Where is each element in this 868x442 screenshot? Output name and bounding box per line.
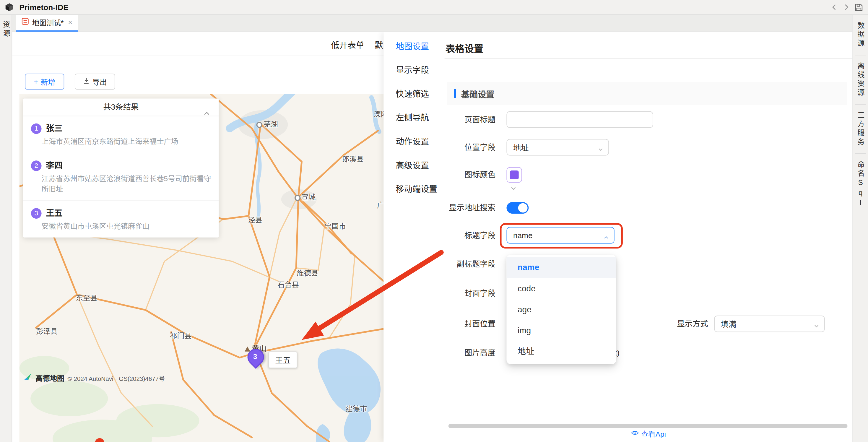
item-index-badge: 2 bbox=[31, 160, 42, 171]
eye-icon bbox=[631, 429, 639, 438]
item-address: 江苏省苏州市姑苏区沧浪街道西善长巷5号司前街看守所旧址 bbox=[42, 173, 213, 194]
field-label-page-title: 页面标题 bbox=[383, 112, 495, 128]
dropdown-option-age[interactable]: age bbox=[506, 299, 616, 320]
show-address-search-toggle[interactable] bbox=[506, 202, 529, 214]
dropdown-option-code[interactable]: code bbox=[506, 278, 616, 299]
sidebar-tab-offline-resources[interactable]: 离线资源 bbox=[855, 55, 866, 104]
nav-item-map-settings[interactable]: 地图设置 bbox=[383, 34, 443, 58]
item-name: 张三 bbox=[46, 122, 213, 133]
display-mode-select[interactable]: 填满 bbox=[714, 316, 825, 332]
save-icon[interactable] bbox=[852, 1, 864, 13]
map-label: 建德市 bbox=[345, 403, 367, 414]
list-item[interactable]: 1 张三 上海市黄浦区南京东路街道上海来福士广场 bbox=[23, 116, 219, 153]
map-label: 泾县 bbox=[248, 214, 262, 225]
map-label: 溧阳 bbox=[374, 108, 384, 119]
download-icon bbox=[83, 77, 90, 86]
section-title: 基础设置 bbox=[461, 88, 494, 99]
add-button[interactable]: + 新增 bbox=[25, 73, 64, 90]
designer-canvas: 低开表单 默 + 新增 导出 bbox=[12, 32, 383, 442]
toolbar-item-default[interactable]: 默 bbox=[375, 39, 383, 50]
form-doc-icon bbox=[22, 18, 29, 27]
export-button[interactable]: 导出 bbox=[75, 73, 115, 90]
back-icon[interactable] bbox=[828, 1, 840, 13]
select-value: 填满 bbox=[721, 318, 736, 329]
page-title: 表格设置 bbox=[445, 41, 483, 55]
map-pin-label[interactable]: 王五 bbox=[269, 352, 297, 368]
map-label: 广德 bbox=[377, 199, 383, 210]
close-icon[interactable]: × bbox=[68, 18, 72, 26]
item-address: 安徽省黄山市屯溪区屯光镇麻雀山 bbox=[42, 221, 213, 232]
item-index-badge: 1 bbox=[31, 124, 42, 134]
title-bar: Primeton-IDE bbox=[0, 0, 868, 15]
field-label-image-height: 图片高度 bbox=[383, 344, 495, 361]
amap-logo-icon bbox=[24, 373, 32, 383]
field-label-subtitle-field: 副标题字段 bbox=[383, 256, 495, 273]
forward-icon[interactable] bbox=[840, 1, 852, 13]
dropdown-option-name[interactable]: name bbox=[506, 257, 616, 278]
dropdown-option-address[interactable]: 地址 bbox=[506, 341, 616, 362]
sidebar-tab-third-party-services[interactable]: 三方服务 bbox=[855, 104, 866, 154]
map-label: 旌德县 bbox=[297, 267, 318, 278]
map-label: 东至县 bbox=[76, 292, 97, 303]
section-basic-settings: 基础设置 bbox=[447, 82, 847, 105]
list-item[interactable]: 3 王五 安徽省黄山市屯溪区屯光镇麻雀山 bbox=[23, 201, 219, 238]
city-dot-icon bbox=[256, 122, 262, 128]
item-name: 王五 bbox=[46, 207, 213, 218]
section-accent-bar bbox=[454, 89, 456, 98]
icon-color-picker[interactable] bbox=[506, 167, 522, 183]
chevron-down-icon bbox=[598, 145, 603, 154]
map-pin-number: 3 bbox=[248, 350, 262, 363]
view-api-label: 查看Api bbox=[641, 429, 666, 439]
plus-icon: + bbox=[34, 77, 38, 86]
map-copyright: © 2024 AutoNavi - GS(2023)4677号 bbox=[68, 374, 165, 382]
chevron-down-icon bbox=[814, 322, 819, 330]
list-item[interactable]: 2 李四 江苏省苏州市姑苏区沧浪街道西善长巷5号司前街看守所旧址 bbox=[23, 153, 219, 201]
field-label-display-mode: 显示方式 bbox=[677, 316, 716, 332]
map-label: 彭泽县 bbox=[36, 325, 58, 336]
chevron-down-icon bbox=[511, 183, 516, 193]
field-label-cover-position: 封面位置 bbox=[383, 316, 495, 332]
dropdown-option-img[interactable]: img bbox=[506, 320, 616, 341]
amap-brand: 高德地图 bbox=[35, 373, 64, 383]
horizontal-scrollbar[interactable] bbox=[448, 424, 848, 428]
map-label: 祁门县 bbox=[170, 330, 191, 341]
divider bbox=[445, 58, 852, 59]
title-field-select[interactable]: name bbox=[506, 227, 614, 244]
results-panel: 共3条结果 1 张三 上海市黄浦区南京东路街道上海来福士广场 2 李四 江苏省苏… bbox=[23, 99, 219, 238]
app-title: Primeton-IDE bbox=[20, 3, 68, 11]
map-attribution: 高德地图 © 2024 AutoNavi - GS(2023)4677号 bbox=[24, 373, 165, 383]
map-label: 芜湖 bbox=[264, 119, 278, 129]
right-rail: 数据源 离线资源 三方服务 命名Sql bbox=[852, 15, 868, 442]
add-button-label: 新增 bbox=[41, 76, 55, 87]
page-title-input[interactable] bbox=[506, 112, 653, 128]
view-api-link[interactable]: 查看Api bbox=[631, 429, 666, 439]
item-name: 李四 bbox=[46, 159, 213, 170]
toolbar-item-lowcode-form[interactable]: 低开表单 bbox=[331, 39, 364, 50]
field-label-cover-field: 封面字段 bbox=[383, 285, 495, 302]
tab-map-test[interactable]: 地图测试* × bbox=[16, 14, 78, 32]
left-rail: 资源 bbox=[0, 15, 12, 442]
app-logo-icon bbox=[3, 1, 16, 13]
sidebar-tab-datasource[interactable]: 数据源 bbox=[855, 15, 866, 56]
editor-tab-bar: 地图测试* × bbox=[12, 15, 852, 32]
sidebar-tab-resources[interactable]: 资源 bbox=[2, 21, 10, 38]
item-index-badge: 3 bbox=[31, 208, 42, 219]
view-api-row: 查看Api bbox=[445, 429, 852, 439]
color-swatch bbox=[510, 170, 519, 179]
app-window: Primeton-IDE 资源 数据源 离线资源 三方服务 命名Sql 地图测试… bbox=[0, 0, 868, 442]
sidebar-tab-named-sql[interactable]: 命名Sql bbox=[855, 154, 866, 215]
location-field-select[interactable]: 地址 bbox=[506, 139, 609, 155]
export-button-label: 导出 bbox=[92, 76, 107, 87]
map-label: 宁国市 bbox=[324, 220, 346, 231]
map-label: 宣城 bbox=[301, 191, 315, 202]
title-field-dropdown: name code age img 地址 bbox=[506, 255, 616, 364]
designer-toolbar: 低开表单 默 bbox=[12, 32, 383, 56]
settings-panel: 地图设置 显示字段 快速筛选 左侧导航 动作设置 高级设置 移动端设置 表格设置… bbox=[383, 32, 852, 442]
select-value: name bbox=[513, 231, 533, 240]
results-header[interactable]: 共3条结果 bbox=[23, 99, 219, 117]
city-dot-icon bbox=[294, 195, 301, 201]
field-label-location-field: 位置字段 bbox=[383, 139, 495, 155]
nav-item-display-fields[interactable]: 显示字段 bbox=[383, 58, 443, 82]
nav-item-quick-filter[interactable]: 快速筛选 bbox=[383, 82, 443, 106]
field-label-icon-color: 图标颜色 bbox=[383, 166, 495, 183]
